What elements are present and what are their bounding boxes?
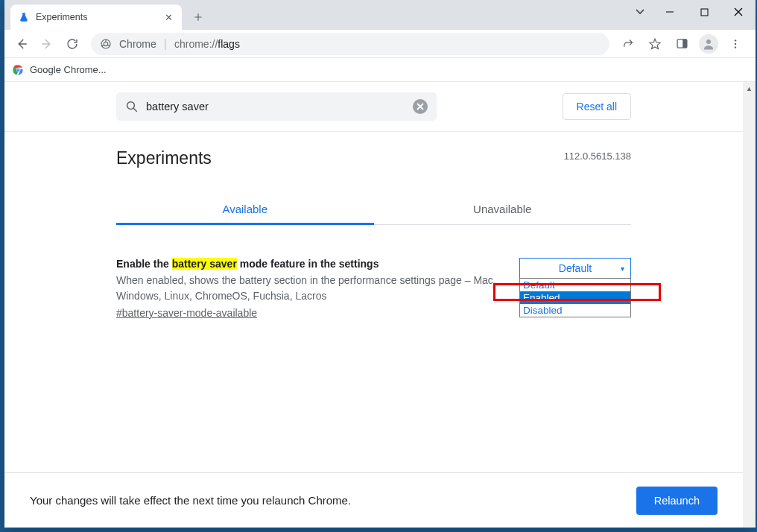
menu-button[interactable] — [723, 31, 748, 57]
svg-point-13 — [127, 102, 135, 110]
flag-title: Enable the battery saver mode feature in… — [116, 258, 509, 270]
bookmark-item[interactable]: Google Chrome... — [30, 64, 107, 75]
tab-search-button[interactable] — [627, 0, 653, 24]
option-enabled[interactable]: Enabled — [520, 291, 630, 304]
chrome-version: 112.0.5615.138 — [564, 151, 631, 162]
svg-point-12 — [16, 69, 19, 71]
relaunch-message: Your changes will take effect the next t… — [30, 494, 351, 507]
clear-search-button[interactable] — [413, 99, 428, 114]
minimize-button[interactable] — [653, 0, 687, 24]
browser-tab[interactable]: Experiments ✕ — [10, 4, 182, 30]
omnibox-separator: | — [164, 37, 167, 51]
search-value: battery saver — [146, 101, 209, 113]
flag-permalink[interactable]: #battery-saver-mode-available — [116, 307, 257, 319]
chevron-down-icon: ▾ — [621, 265, 624, 273]
page-title: Experiments — [116, 148, 631, 168]
option-default[interactable]: Default — [520, 279, 630, 291]
tab-unavailable[interactable]: Unavailable — [374, 194, 632, 224]
omnibox-chrome-label: Chrome — [119, 38, 156, 50]
svg-rect-0 — [701, 9, 708, 16]
back-button[interactable] — [9, 31, 34, 57]
search-icon — [125, 100, 139, 113]
bookmarks-bar: Google Chrome... — [4, 58, 756, 82]
new-tab-button[interactable] — [188, 7, 209, 28]
svg-point-5 — [706, 39, 711, 44]
maximize-button[interactable] — [687, 0, 721, 24]
tab-available[interactable]: Available — [116, 194, 374, 224]
profile-button[interactable] — [696, 31, 721, 57]
address-bar[interactable]: Chrome | chrome://flags — [91, 33, 609, 55]
relaunch-button[interactable]: Relaunch — [636, 487, 718, 515]
flag-select-dropdown: Default Enabled Disabled — [519, 278, 631, 317]
option-disabled[interactable]: Disabled — [520, 304, 630, 317]
forward-button — [34, 31, 60, 57]
close-window-button[interactable] — [721, 0, 756, 24]
svg-point-2 — [104, 42, 107, 45]
scrollbar[interactable]: ▲ — [743, 82, 756, 528]
relaunch-bar: Your changes will take effect the next t… — [4, 472, 743, 528]
flask-icon — [18, 11, 30, 23]
side-panel-button[interactable] — [669, 31, 694, 57]
avatar-icon — [699, 34, 718, 54]
flags-tabs: Available Unavailable — [116, 194, 631, 225]
chrome-icon — [100, 38, 112, 50]
svg-rect-4 — [682, 39, 687, 48]
search-flags-input[interactable]: battery saver — [116, 92, 437, 121]
chrome-logo-icon — [12, 64, 24, 76]
flag-select[interactable]: Default ▾ — [519, 258, 631, 279]
reload-button[interactable] — [60, 31, 85, 57]
svg-point-7 — [735, 42, 736, 44]
reset-all-button[interactable]: Reset all — [563, 93, 631, 120]
window-titlebar: Experiments ✕ — [4, 0, 756, 30]
scroll-up-icon[interactable]: ▲ — [743, 82, 756, 95]
svg-point-8 — [735, 46, 736, 48]
flag-description: When enabled, shows the battery section … — [116, 273, 509, 304]
browser-toolbar: Chrome | chrome://flags — [4, 30, 756, 58]
omnibox-url: chrome://flags — [174, 37, 240, 51]
svg-point-6 — [735, 39, 736, 41]
bookmark-star-button[interactable] — [642, 31, 668, 57]
tab-title: Experiments — [36, 12, 162, 22]
flag-item: Enable the battery saver mode feature in… — [116, 258, 631, 320]
close-icon[interactable]: ✕ — [162, 11, 174, 23]
share-button[interactable] — [615, 31, 641, 57]
